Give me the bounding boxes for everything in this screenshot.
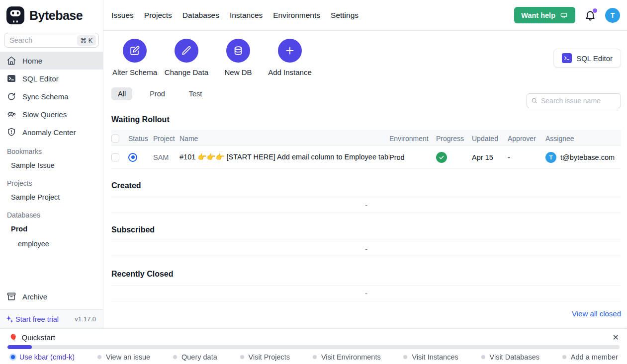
sidebar-item-label: Home [22,57,42,65]
nav-environments[interactable]: Environments [273,11,320,20]
tab-all[interactable]: All [111,87,132,100]
user-avatar[interactable]: T [605,8,620,23]
column-progress: Progress [436,135,472,143]
trial-label: Start free trial [15,315,59,323]
quick-actions: Alter Schema Change Data New DB [111,39,621,76]
select-all-checkbox[interactable] [111,135,119,143]
new-db-button[interactable]: New DB [215,39,262,76]
sidebar-item-sync-schema[interactable]: Sync Schema [0,87,103,105]
quickstart-step-visit-instances[interactable]: Visit Instances [403,353,458,361]
sidebar-search-input[interactable] [9,36,77,44]
column-name: Name [179,135,389,143]
nav-projects[interactable]: Projects [144,11,172,20]
main-area: Issues Projects Databases Instances Envi… [103,0,627,328]
sidebar-item-sample-issue[interactable]: Sample Issue [0,158,103,173]
sidebar-item-sample-project[interactable]: Sample Project [0,190,103,205]
issue-approver: - [508,153,545,161]
sidebar-item-label: Sync Schema [22,92,69,101]
sidebar-item-archive[interactable]: Archive [0,288,103,305]
sidebar-item-prod[interactable]: Prod [0,221,103,236]
pencil-icon [175,39,198,63]
close-icon[interactable]: ✕ [613,334,619,342]
issue-search[interactable] [527,93,621,108]
nav-instances[interactable]: Instances [230,11,263,20]
issue-environment: Prod [389,153,436,161]
tab-prod[interactable]: Prod [143,87,172,100]
search-shortcut-badge: ⌘ K [77,35,96,46]
quickstart-step-visit-databases[interactable]: Visit Databases [481,353,539,361]
sidebar-item-home[interactable]: Home [0,52,103,70]
section-title-subscribed: Subscribed [111,225,621,234]
step-label: Add a member [571,353,618,361]
quick-action-label: New DB [224,68,252,76]
notification-badge [593,8,597,13]
column-status: Status [128,135,153,143]
status-open-icon [128,153,137,162]
column-approver: Approver [508,135,545,143]
issue-name-link[interactable]: #101 👉👉👉 [START HERE] Add email column t… [179,153,389,161]
home-icon [6,56,16,66]
edit-square-icon [123,39,147,63]
view-all-closed-link[interactable]: View all closed [572,309,621,318]
plus-icon [278,39,302,63]
step-label: Visit Environments [321,353,381,361]
want-help-button[interactable]: Want help [514,7,575,23]
change-data-button[interactable]: Change Data [163,39,210,76]
step-label: Visit Projects [249,353,290,361]
app-shell: Bytebase ⌘ K Home SQL Editor Sync Schema [0,0,627,328]
add-instance-button[interactable]: Add Instance [267,39,313,76]
sidebar-footer: Start free trial v1.17.0 [0,309,103,328]
issue-row[interactable]: SAM #101 👉👉👉 [START HERE] Add email colu… [111,146,621,169]
column-assignee: Assignee [545,135,621,143]
quick-action-label: Add Instance [268,68,312,76]
alter-schema-button[interactable]: Alter Schema [111,39,158,76]
assignee-email: t@bytebase.com [560,153,615,161]
start-free-trial-link[interactable]: Start free trial [5,315,59,324]
brand-logo[interactable]: Bytebase [0,0,103,31]
sidebar-item-sql-editor[interactable]: SQL Editor [0,70,103,87]
brand-name: Bytebase [29,8,83,23]
quickstart-step-add-member[interactable]: Add a member [562,353,618,361]
issue-search-input[interactable] [541,97,617,105]
quickstart-step-visit-projects[interactable]: Visit Projects [240,353,290,361]
sidebar: Bytebase ⌘ K Home SQL Editor Sync Schema [0,0,103,328]
sql-editor-button[interactable]: SQL Editor [553,49,621,68]
sidebar-item-employee[interactable]: employee [0,236,103,251]
nav-settings[interactable]: Settings [331,11,358,20]
sidebar-search[interactable]: ⌘ K [4,33,99,48]
column-updated: Updated [472,135,508,143]
quickstart-step-use-kbar[interactable]: Use kbar (cmd-k) [11,353,75,361]
step-dot-icon [481,355,485,359]
sidebar-item-slow-queries[interactable]: Slow Queries [0,105,103,123]
quickstart-header: 🎈 Quickstart ✕ [0,329,627,342]
empty-row: - [111,285,621,301]
row-checkbox[interactable] [111,153,119,161]
nav-databases[interactable]: Databases [182,11,219,20]
sidebar-item-label: Slow Queries [22,110,67,119]
step-label: View an issue [106,353,150,361]
shield-alert-icon [6,127,16,137]
balloon-icon: 🎈 [9,334,17,342]
quickstart-step-visit-environments[interactable]: Visit Environments [313,353,381,361]
tab-test[interactable]: Test [182,87,209,100]
section-title-waiting-rollout: Waiting Rollout [111,115,621,124]
quickstart-step-query-data[interactable]: Query data [173,353,217,361]
step-dot-icon [313,355,317,359]
sidebar-item-anomaly-center[interactable]: Anomaly Center [0,123,103,141]
sidebar-item-label: Anomaly Center [22,128,76,137]
quick-action-label: Change Data [165,68,208,76]
quickstart-step-view-issue[interactable]: View an issue [97,353,150,361]
sidebar-section-projects: Projects [0,173,103,190]
sparkles-icon [5,315,14,324]
sync-icon [6,91,16,101]
step-dot-icon [240,355,244,359]
issue-project: SAM [153,153,179,161]
terminal-icon [6,73,16,83]
quickstart-progress-fill [7,345,32,349]
notifications-bell-icon[interactable] [584,9,596,21]
section-created: Created - [111,181,621,213]
section-recently-closed: Recently Closed - [111,270,621,301]
nav-issues[interactable]: Issues [111,11,134,20]
empty-row: - [111,197,621,213]
main-content: Alter Schema Change Data New DB [103,31,627,328]
